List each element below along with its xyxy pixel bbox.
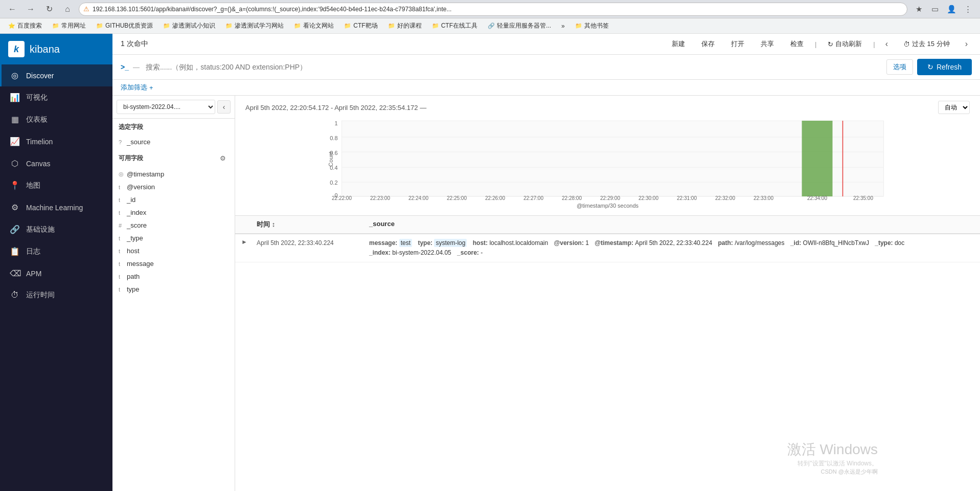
source-val-path: /var/log/messages bbox=[735, 239, 784, 247]
index-dropdown[interactable]: bi-system-2022.04.... bbox=[117, 100, 215, 114]
field-item-index[interactable]: t _index bbox=[112, 206, 235, 219]
bookmark-other[interactable]: 📁其他书签 bbox=[571, 20, 613, 31]
sidebar-item-discover[interactable]: ◎ Discover bbox=[0, 64, 112, 86]
save-button[interactable]: 保存 bbox=[696, 37, 720, 51]
ml-icon: ⚙ bbox=[10, 203, 20, 212]
interval-select[interactable]: 自动 bbox=[938, 101, 970, 114]
sidebar-nav: ◎ Discover 📊 可视化 ▦ 仪表板 📈 Timelion ⬡ Canv… bbox=[0, 64, 112, 491]
address-bar[interactable]: ⚠ 192.168.136.101:5601/app/kibana#/disco… bbox=[79, 3, 907, 16]
forward-button[interactable]: → bbox=[24, 2, 38, 16]
svg-text:22:29:00: 22:29:00 bbox=[600, 195, 620, 200]
bookmark-courses[interactable]: 📁好的课程 bbox=[384, 20, 426, 31]
field-item-source[interactable]: ? _source bbox=[112, 136, 235, 148]
sidebar-item-timelion[interactable]: 📈 Timelion bbox=[0, 130, 112, 152]
panel-collapse-button[interactable]: ‹ bbox=[217, 100, 231, 114]
add-filter-button[interactable]: 添加筛选 + bbox=[121, 83, 153, 92]
clock-icon: ⏱ bbox=[903, 40, 910, 48]
add-icon: + bbox=[149, 84, 153, 92]
field-item-score[interactable]: # _score bbox=[112, 219, 235, 232]
browser-chrome: ← → ↻ ⌂ ⚠ 192.168.136.101:5601/app/kiban… bbox=[0, 0, 980, 18]
auto-refresh-button[interactable]: ↻ 自动刷新 bbox=[823, 37, 867, 51]
sidebar-item-visualize[interactable]: 📊 可视化 bbox=[0, 86, 112, 108]
time-next-button[interactable]: › bbox=[961, 37, 972, 51]
field-item-host[interactable]: t host bbox=[112, 244, 235, 257]
field-type-t7: t bbox=[119, 274, 124, 280]
field-item-path[interactable]: t path bbox=[112, 270, 235, 283]
bookmark-ctf-tools[interactable]: 📁CTF在线工具 bbox=[428, 20, 482, 31]
top-toolbar: 1 次命中 新建 保存 打开 共享 检查 | ↻ 自动刷新 | ‹ ⏱ 过去 1… bbox=[112, 34, 980, 55]
histogram-chart: 1 0.8 0.6 0.4 0.2 0 Count bbox=[245, 118, 970, 200]
apm-icon: ⌫ bbox=[10, 269, 20, 278]
bookmark-ctf-range[interactable]: 📁CTF靶场 bbox=[340, 20, 381, 31]
chart-time-range: April 5th 2022, 22:20:54.172 - April 5th… bbox=[245, 104, 426, 111]
field-item-type2[interactable]: t type bbox=[112, 283, 235, 296]
svg-text:22:23:00: 22:23:00 bbox=[370, 195, 390, 200]
back-button[interactable]: ← bbox=[5, 2, 19, 16]
sidebar-label-dashboard: 仪表板 bbox=[26, 115, 48, 124]
source-val-host: localhost.localdomain bbox=[489, 239, 548, 247]
bookmark-baidu[interactable]: ⭐百度搜索 bbox=[4, 20, 46, 31]
field-item-message[interactable]: t message bbox=[112, 257, 235, 270]
sidebar-item-logs[interactable]: 📋 日志 bbox=[0, 240, 112, 262]
bookmark-button[interactable]: ★ bbox=[911, 2, 926, 16]
sidebar-item-ml[interactable]: ⚙ Machine Learning bbox=[0, 196, 112, 218]
inspect-button[interactable]: 检查 bbox=[785, 37, 809, 51]
timelion-icon: 📈 bbox=[10, 137, 20, 146]
share-button[interactable]: 共享 bbox=[756, 37, 779, 51]
field-item-version[interactable]: t @version bbox=[112, 181, 235, 193]
refresh-button[interactable]: ↻ Refresh bbox=[917, 59, 972, 75]
bookmark-github[interactable]: 📁GITHUB优质资源 bbox=[92, 20, 157, 31]
sidebar-item-uptime[interactable]: ⏱ 运行时间 bbox=[0, 284, 112, 306]
sidebar-label-visualize: 可视化 bbox=[26, 93, 48, 102]
toolbar-divider2: | bbox=[873, 40, 875, 48]
reload-button[interactable]: ↻ bbox=[42, 2, 56, 16]
header-time[interactable]: 时间 ↕ bbox=[257, 220, 369, 229]
content-area: bi-system-2022.04.... ‹ 选定字段 ? _source 可… bbox=[112, 96, 980, 491]
bookmark-pentest-small[interactable]: 📁渗透测试小知识 bbox=[159, 20, 219, 31]
sidebar-item-apm[interactable]: ⌫ APM bbox=[0, 262, 112, 284]
bookmark-vps[interactable]: 🔗轻量应用服务器管... bbox=[484, 20, 555, 31]
available-fields-label: 可用字段 bbox=[119, 154, 143, 163]
header-source: _source bbox=[369, 220, 974, 229]
field-item-type[interactable]: t _type bbox=[112, 232, 235, 244]
field-settings-button[interactable]: ⚙ bbox=[217, 152, 229, 164]
chart-area: 1 0.8 0.6 0.4 0.2 0 Count bbox=[245, 118, 970, 210]
field-name-timestamp: @timestamp bbox=[127, 170, 164, 178]
bookmark-pentest-site[interactable]: 📁渗透测试学习网站 bbox=[221, 20, 288, 31]
bookmark-more[interactable]: » bbox=[557, 21, 569, 31]
bookmark-paper[interactable]: 📁看论文网站 bbox=[290, 20, 338, 31]
address-text: 192.168.136.101:5601/app/kibana#/discove… bbox=[93, 6, 451, 13]
sidebar-item-infra[interactable]: 🔗 基础设施 bbox=[0, 218, 112, 240]
menu-button[interactable]: ⋮ bbox=[961, 2, 975, 16]
infra-icon: 🔗 bbox=[10, 225, 20, 234]
svg-text:22:28:00: 22:28:00 bbox=[562, 195, 582, 200]
expand-row-button[interactable]: ► bbox=[241, 238, 247, 246]
source-val-id: OWIl-n8Bfq_HlNcbTxwJ bbox=[803, 239, 869, 247]
field-item-id[interactable]: t _id bbox=[112, 193, 235, 206]
results-panel: April 5th 2022, 22:20:54.172 - April 5th… bbox=[235, 96, 980, 491]
field-name-index: _index bbox=[127, 209, 146, 216]
watermark-sub: 转到"设置"以激活 Windows。 bbox=[787, 459, 878, 468]
field-item-timestamp[interactable]: ◎ @timestamp bbox=[112, 168, 235, 181]
svg-text:0.2: 0.2 bbox=[330, 180, 337, 186]
sidebar-item-maps[interactable]: 📍 地图 bbox=[0, 174, 112, 196]
time-prev-button[interactable]: ‹ bbox=[881, 37, 892, 51]
canvas-icon: ⬡ bbox=[10, 159, 20, 168]
source-val-score: - bbox=[481, 249, 483, 256]
profile-button[interactable]: 👤 bbox=[944, 2, 959, 16]
new-button[interactable]: 新建 bbox=[667, 37, 690, 51]
table-header: 时间 ↕ _source bbox=[235, 216, 980, 234]
sidebar-item-dashboard[interactable]: ▦ 仪表板 bbox=[0, 108, 112, 130]
filter-row: 添加筛选 + bbox=[112, 80, 980, 96]
home-button[interactable]: ⌂ bbox=[60, 2, 75, 16]
chart-container: April 5th 2022, 22:20:54.172 - April 5th… bbox=[235, 96, 980, 216]
options-button[interactable]: 选项 bbox=[886, 59, 913, 75]
sidebar-item-canvas[interactable]: ⬡ Canvas bbox=[0, 152, 112, 174]
time-range-display: ⏱ 过去 15 分钟 bbox=[898, 37, 955, 51]
bookmark-common[interactable]: 📁常用网址 bbox=[48, 20, 90, 31]
search-input[interactable] bbox=[146, 63, 882, 71]
extensions-button[interactable]: ▭ bbox=[928, 2, 942, 16]
sidebar-label-timelion: Timelion bbox=[26, 138, 53, 146]
open-button[interactable]: 打开 bbox=[726, 37, 749, 51]
field-name-message: message bbox=[127, 260, 154, 267]
